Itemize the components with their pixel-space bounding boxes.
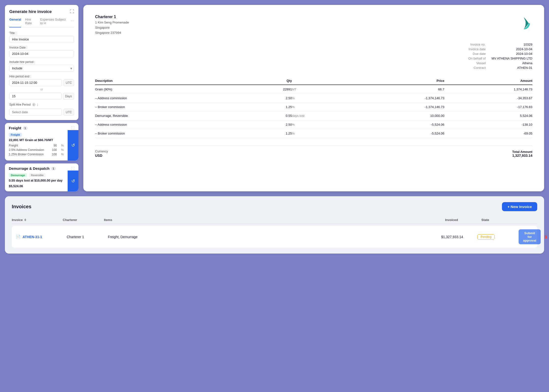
- freight-card: Freight 1 ⛶ Freight 22,891 MT Grain at $…: [5, 123, 78, 160]
- table-row: – Broker commission 1.25 % -1,374,146.73…: [95, 103, 532, 111]
- freight-card-header: Freight 1 ⛶: [5, 123, 78, 130]
- col-items-header: Items: [104, 218, 443, 222]
- invoice-no-label: Invoice no.: [468, 43, 486, 46]
- row-unit: days lost: [292, 111, 351, 120]
- invoices-title: Invoices: [12, 204, 31, 209]
- demurrage-card-title: Demurrage & Despatch 1: [9, 166, 56, 171]
- submit-for-approval-button[interactable]: Submit for approval: [519, 229, 541, 244]
- due-date-label: Due date: [468, 52, 486, 56]
- freight-refresh-button[interactable]: ↺: [68, 130, 78, 160]
- row-unit: %: [292, 103, 351, 111]
- invoice-header: Charterer 1 1 Kim Seng Promenade Singapo…: [95, 15, 532, 35]
- col-price: Price: [351, 77, 444, 85]
- freight-line-value-1: 90: [50, 144, 57, 147]
- close-icon[interactable]: ⛶: [70, 10, 74, 14]
- row-qty: 2.50: [250, 94, 292, 103]
- freight-line-pct-2: %: [59, 148, 64, 152]
- freight-close-icon[interactable]: ⛶: [71, 126, 75, 130]
- info-icon[interactable]: i: [32, 103, 36, 106]
- reversible-tag: Reversible: [29, 173, 46, 177]
- freight-line-value-3: 100: [50, 153, 57, 156]
- invoice-company: Charterer 1: [95, 15, 129, 19]
- row-description: – Address commission: [95, 94, 250, 103]
- currency-value: USD: [95, 154, 108, 158]
- invoice-table: Description Qty Price Amount Grain (90%)…: [95, 77, 532, 138]
- row-amount: 1,374,146.73: [444, 85, 532, 94]
- freight-badge: 1: [23, 126, 28, 130]
- row-qty: 22891: [250, 85, 292, 94]
- hire-period-end-input-wrapper: UTC: [9, 79, 74, 86]
- freight-line-label-3: 1.25% Broker Commission: [9, 153, 48, 156]
- charterer-name: Charterer 1: [67, 235, 106, 239]
- days-input[interactable]: [9, 93, 62, 100]
- row-description: Grain (90%): [95, 85, 250, 94]
- table-row: – Address commission 2.50 % -5,524.06 -1…: [95, 120, 532, 129]
- row-price: -5,524.06: [351, 129, 444, 138]
- include-hire-period-select-wrapper: Include Exclude ▾: [9, 65, 74, 72]
- invoice-date-label: Invoice Date :: [9, 46, 74, 49]
- demurrage-close-icon[interactable]: ⛶: [71, 167, 75, 170]
- company-logo: [515, 15, 532, 32]
- invoice-date-label: Invoice date: [468, 47, 486, 51]
- demurrage-card-content: Demurrage Reversible 0.55 days lost at $…: [5, 171, 68, 191]
- freight-line-pct-1: %: [59, 144, 64, 147]
- tab-more[interactable]: ...: [71, 18, 74, 27]
- demurrage-card: Demurrage & Despatch 1 ⛶ Demurrage Rever…: [5, 163, 78, 191]
- state-badge: Pending: [477, 234, 495, 240]
- invoices-table-header: Invoice Charterer Items Invoiced State: [12, 216, 537, 224]
- row-amount: -17,176.83: [444, 103, 532, 111]
- demurrage-badge: 1: [51, 167, 56, 170]
- sort-invoice-icon[interactable]: [24, 219, 26, 221]
- split-hire-input[interactable]: [9, 109, 62, 116]
- freight-card-content: Freight 22,891 MT Grain at $66.70/MT Fre…: [5, 130, 68, 160]
- demurrage-card-body: Demurrage Reversible 0.55 days lost at $…: [5, 171, 78, 191]
- freight-description: 22,891 MT Grain at $66.70/MT: [9, 138, 64, 142]
- include-hire-period-select[interactable]: Include Exclude: [9, 65, 74, 72]
- generate-invoice-card: Generate hire invoice ⛶ General Hire Rat…: [5, 5, 78, 120]
- invoice-meta: Invoice no. 10329 Invoice date 2024-10-0…: [95, 43, 532, 70]
- hire-period-end-input[interactable]: [9, 79, 62, 86]
- demurrage-tag: Demurrage: [9, 173, 27, 177]
- split-hire-period-row: Split Hire Period i :: [9, 103, 74, 107]
- row-amount: -34,353.67: [444, 94, 532, 103]
- contract-label: Contract: [468, 66, 486, 70]
- include-hire-period-label: Include hire period :: [9, 60, 74, 64]
- invoices-section: Invoices + New Invoice Invoice Charterer…: [5, 196, 544, 254]
- include-hire-period-group: Include hire period : Include Exclude ▾: [9, 60, 74, 72]
- row-unit: MT: [292, 85, 351, 94]
- tab-expenses[interactable]: Expenses Subject to H: [40, 18, 67, 27]
- total-amount-label: Total Amount: [512, 150, 532, 154]
- tab-general[interactable]: General: [9, 18, 21, 27]
- on-behalf-value: MV ATHENA SHIPPING LTD: [492, 57, 532, 60]
- row-unit: %: [292, 120, 351, 129]
- delete-invoice-button[interactable]: 🗑: [543, 233, 549, 240]
- row-description: – Address commission: [95, 120, 250, 129]
- row-amount: -69.05: [444, 129, 532, 138]
- row-qty: 2.50: [250, 120, 292, 129]
- or-divider: or: [9, 88, 74, 91]
- invoice-total: Currency USD Total Amount 1,327,933.14: [95, 145, 532, 158]
- demurrage-description: 0.55 days lost at $10,000.00 per day: [9, 179, 64, 182]
- tab-hire-rate[interactable]: Hire Rate: [25, 18, 36, 27]
- invoice-meta-table: Invoice no. 10329 Invoice date 2024-10-0…: [468, 43, 532, 70]
- invoice-table-row: 📄 ATHEN-31-1 Charterer 1 Freight, Demurr…: [12, 226, 537, 248]
- freight-line-1: Freight 90 %: [9, 144, 64, 147]
- row-amount: -138.10: [444, 120, 532, 129]
- title-input[interactable]: [9, 36, 74, 43]
- col-description: Description: [95, 77, 250, 85]
- days-suffix: Days: [63, 93, 74, 100]
- tabs: General Hire Rate Expenses Subject to H …: [9, 18, 74, 27]
- invoice-date-input[interactable]: [9, 50, 74, 57]
- col-amount: Amount: [444, 77, 532, 85]
- total-section: Total Amount 1,327,933.14: [512, 150, 532, 158]
- utc-suffix: UTC: [63, 79, 74, 86]
- title-group: Title :: [9, 31, 74, 43]
- split-hire-utc-suffix: UTC: [63, 109, 74, 116]
- new-invoice-button[interactable]: + New Invoice: [502, 202, 537, 211]
- invoice-no-value: 10329: [492, 43, 532, 46]
- row-amount: 5,524.06: [444, 111, 532, 120]
- demurrage-refresh-button[interactable]: ↺: [68, 171, 78, 191]
- freight-line-2: 2.5% Address Commission 100 %: [9, 148, 64, 152]
- row-description: – Broker commission: [95, 129, 250, 138]
- card-title: Generate hire invoice ⛶: [9, 9, 74, 14]
